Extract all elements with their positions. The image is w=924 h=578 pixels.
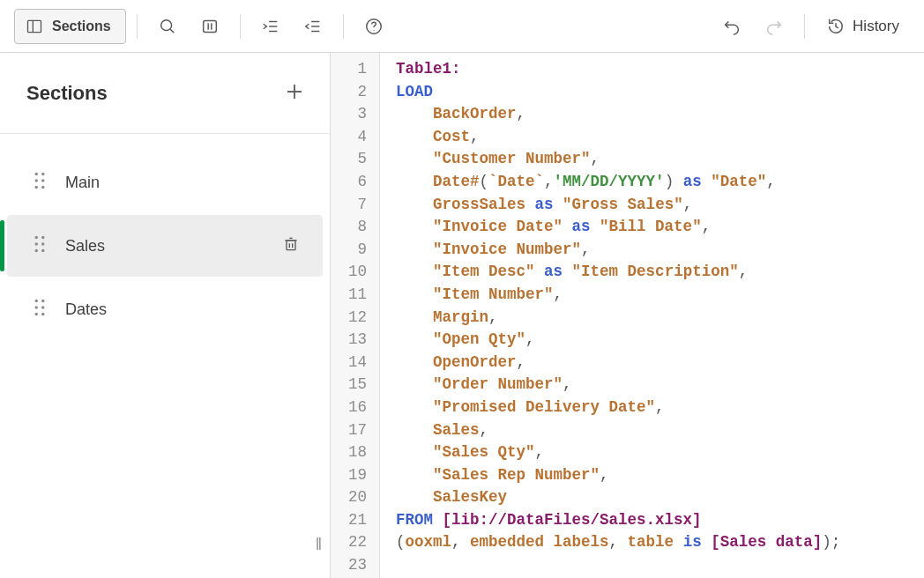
svg-point-22 bbox=[41, 185, 45, 189]
section-item-main[interactable]: Main bbox=[7, 152, 323, 213]
svg-point-19 bbox=[35, 179, 39, 182]
redo-button[interactable] bbox=[755, 9, 794, 44]
drag-handle-icon[interactable] bbox=[34, 299, 46, 321]
search-icon bbox=[158, 17, 177, 36]
line-number: 5 bbox=[348, 148, 367, 171]
svg-point-41 bbox=[35, 306, 39, 309]
separator bbox=[343, 14, 344, 39]
add-section-button[interactable] bbox=[284, 81, 305, 106]
code-line[interactable]: Cost, bbox=[396, 126, 840, 149]
undo-button[interactable] bbox=[712, 9, 751, 44]
svg-point-40 bbox=[41, 299, 45, 302]
code-line[interactable] bbox=[396, 554, 840, 577]
section-item-label: Dates bbox=[65, 300, 107, 319]
svg-point-14 bbox=[373, 30, 374, 31]
code-editor[interactable]: 1234567891011121314151617181920212223 Ta… bbox=[331, 53, 924, 578]
drag-handle-icon[interactable] bbox=[34, 235, 46, 257]
code-line[interactable]: Date#(`Date`,'MM/DD/YYYY') as "Date", bbox=[396, 171, 840, 194]
svg-rect-0 bbox=[28, 20, 41, 32]
svg-point-31 bbox=[41, 242, 45, 246]
line-number: 2 bbox=[348, 81, 367, 104]
code-line[interactable]: BackOrder, bbox=[396, 103, 840, 126]
sections-title: Sections bbox=[26, 82, 108, 105]
section-item-sales[interactable]: Sales bbox=[7, 215, 323, 277]
svg-point-2 bbox=[160, 19, 171, 30]
line-number: 19 bbox=[348, 464, 367, 487]
svg-point-39 bbox=[35, 299, 39, 302]
code-line[interactable]: "Sales Qty", bbox=[396, 441, 840, 464]
line-gutter: 1234567891011121314151617181920212223 bbox=[331, 53, 380, 578]
svg-line-3 bbox=[170, 28, 174, 32]
code-line[interactable]: GrossSales as "Gross Sales", bbox=[396, 194, 840, 217]
drag-handle-icon[interactable] bbox=[34, 172, 46, 194]
code-line[interactable]: "Order Number", bbox=[396, 374, 840, 396]
code-line[interactable]: "Invoice Number", bbox=[396, 239, 840, 262]
outdent-icon bbox=[303, 17, 323, 36]
svg-point-17 bbox=[35, 172, 39, 175]
line-number: 22 bbox=[348, 531, 367, 554]
section-item-label: Main bbox=[65, 174, 100, 192]
code-line[interactable]: Table1: bbox=[396, 58, 840, 81]
delete-section-button[interactable] bbox=[282, 234, 300, 258]
line-number: 16 bbox=[348, 396, 367, 419]
redo-icon bbox=[764, 17, 784, 36]
code-line[interactable]: "Promised Delivery Date", bbox=[396, 396, 840, 419]
code-line[interactable]: "Open Qty", bbox=[396, 329, 840, 352]
code-line[interactable]: "Item Number", bbox=[396, 284, 840, 307]
history-button[interactable]: History bbox=[816, 9, 910, 44]
code-line[interactable]: Sales, bbox=[396, 419, 840, 442]
undo-icon bbox=[722, 17, 741, 36]
svg-point-44 bbox=[41, 312, 45, 315]
code-line[interactable]: FROM [lib://DataFiles/Sales.xlsx] bbox=[396, 509, 840, 532]
separator bbox=[804, 14, 805, 39]
code-area[interactable]: Table1:LOAD BackOrder, Cost, "Customer N… bbox=[380, 53, 840, 578]
code-line[interactable]: "Invoice Date" as "Bill Date", bbox=[396, 216, 840, 239]
sections-toggle-button[interactable]: Sections bbox=[14, 9, 126, 44]
line-number: 11 bbox=[348, 284, 367, 307]
section-item-dates[interactable]: Dates bbox=[7, 278, 323, 340]
sections-list: MainSalesDates bbox=[0, 134, 330, 342]
line-number: 8 bbox=[348, 216, 367, 239]
line-number: 18 bbox=[348, 441, 367, 464]
line-number: 14 bbox=[348, 352, 367, 374]
line-number: 23 bbox=[348, 554, 367, 577]
line-number: 12 bbox=[348, 307, 367, 330]
separator bbox=[240, 14, 241, 39]
line-number: 6 bbox=[348, 171, 367, 194]
svg-rect-34 bbox=[287, 240, 295, 249]
svg-point-33 bbox=[41, 248, 45, 252]
svg-point-43 bbox=[35, 312, 39, 315]
svg-point-30 bbox=[35, 242, 39, 246]
search-button[interactable] bbox=[148, 9, 187, 44]
svg-point-18 bbox=[41, 172, 45, 175]
panel-icon bbox=[26, 18, 43, 35]
sections-toggle-label: Sections bbox=[52, 19, 111, 34]
sections-header: Sections bbox=[0, 53, 330, 134]
code-line[interactable]: OpenOrder, bbox=[396, 352, 840, 374]
svg-point-20 bbox=[41, 179, 45, 182]
svg-rect-4 bbox=[203, 20, 216, 32]
svg-point-42 bbox=[41, 306, 45, 309]
code-line[interactable]: "Sales Rep Number", bbox=[396, 464, 840, 487]
line-number: 17 bbox=[348, 419, 367, 442]
section-item-label: Sales bbox=[65, 237, 105, 256]
help-button[interactable] bbox=[354, 9, 393, 44]
code-line[interactable]: Margin, bbox=[396, 307, 840, 330]
plus-icon bbox=[284, 81, 305, 102]
code-line[interactable]: "Customer Number", bbox=[396, 148, 840, 171]
svg-point-28 bbox=[35, 235, 39, 239]
line-number: 3 bbox=[348, 103, 367, 126]
indent-button[interactable] bbox=[251, 9, 290, 44]
line-number: 7 bbox=[348, 194, 367, 217]
line-number: 9 bbox=[348, 239, 367, 262]
outdent-button[interactable] bbox=[294, 9, 332, 44]
code-line[interactable]: LOAD bbox=[396, 81, 840, 104]
comment-icon bbox=[200, 17, 220, 36]
comment-toggle-button[interactable] bbox=[190, 9, 229, 44]
code-line[interactable]: (ooxml, embedded labels, table is [Sales… bbox=[396, 531, 840, 554]
code-line[interactable]: SalesKey bbox=[396, 486, 840, 509]
line-number: 20 bbox=[348, 486, 367, 509]
line-number: 4 bbox=[348, 126, 367, 149]
splitter-handle[interactable]: ǁ bbox=[316, 536, 322, 550]
code-line[interactable]: "Item Desc" as "Item Description", bbox=[396, 261, 840, 284]
